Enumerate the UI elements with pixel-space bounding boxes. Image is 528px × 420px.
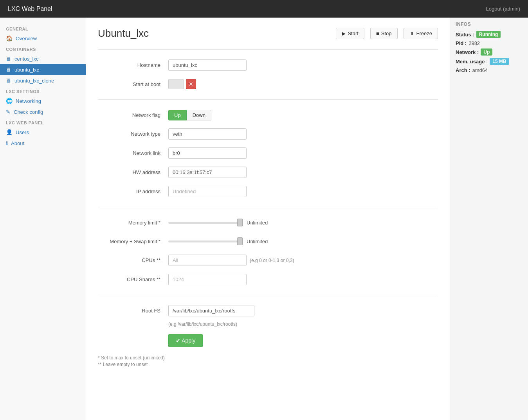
infos-arch-row: Arch : amd64 — [456, 67, 522, 73]
infos-mem-badge: 15 MB — [490, 58, 509, 65]
memory-swap-slider-row: Unlimited — [168, 239, 274, 244]
start-label: Start — [348, 31, 358, 36]
hw-address-input[interactable] — [168, 167, 247, 178]
networking-icon: 🌐 — [6, 98, 13, 104]
sidebar-section-general: GENERAL — [0, 23, 86, 33]
ip-address-input[interactable] — [168, 186, 247, 197]
network-type-label: Network type — [98, 131, 168, 137]
page-title: Ubuntu_lxc — [98, 27, 330, 39]
sidebar-item-about[interactable]: ℹ About — [0, 138, 86, 149]
container-icon-ubuntu-clone: 🖥 — [6, 77, 11, 84]
toggle-off-part[interactable] — [168, 79, 184, 89]
network-type-row: Network type — [98, 124, 438, 144]
divider-network-top — [98, 99, 438, 100]
about-icon: ℹ — [6, 140, 8, 146]
apply-row: ✔ Apply — [168, 334, 438, 347]
cpus-hint: (e.g 0 or 0-1,3 or 0,3) — [250, 258, 294, 263]
cpus-label: CPUs ** — [98, 257, 168, 263]
sidebar-item-overview[interactable]: 🏠 Overview — [0, 33, 86, 44]
app-title: LXC Web Panel — [8, 5, 52, 13]
cpu-shares-input[interactable] — [168, 274, 247, 285]
ip-address-row: IP address — [98, 182, 438, 201]
infos-network-badge: Up — [481, 48, 492, 56]
sidebar-item-users-label: Users — [16, 129, 29, 135]
memory-limit-row: Memory limit * Unlimited — [98, 213, 438, 232]
cpu-shares-row: CPU Shares ** — [98, 270, 438, 289]
start-button[interactable]: ▶ Start — [336, 28, 364, 39]
right-section: Ubuntu_lxc ▶ Start ■ Stop ⏸ Freeze Hostn… — [86, 18, 528, 420]
network-link-input[interactable] — [168, 147, 247, 159]
freeze-button[interactable]: ⏸ Freeze — [404, 28, 438, 39]
logout-button[interactable]: Logout (admin) — [486, 6, 520, 12]
sidebar-item-ubuntu-clone-label: ubuntu_lxc_clone — [14, 78, 54, 84]
start-at-boot-label: Start at boot — [98, 81, 168, 87]
sidebar-item-ubuntu-clone[interactable]: 🖥 ubuntu_lxc_clone — [0, 75, 86, 86]
sidebar-section-lxc-settings: LXC SETTINGS — [0, 86, 86, 95]
infos-network-label: Network : — [456, 49, 479, 55]
freeze-label: Freeze — [416, 31, 432, 36]
hostname-input[interactable] — [168, 59, 247, 71]
check-config-icon: ✎ — [6, 109, 11, 115]
hostname-label: Hostname — [98, 62, 168, 68]
toggle-x-button[interactable]: ✕ — [186, 79, 196, 89]
divider-rootfs-top — [98, 295, 438, 295]
home-icon: 🏠 — [6, 35, 13, 41]
sidebar-section-containers: CONTAINERS — [0, 44, 86, 53]
sidebar-item-check-config-label: Check config — [14, 109, 43, 115]
freeze-icon: ⏸ — [409, 31, 414, 36]
stop-label: Stop — [381, 31, 392, 36]
main-content: Ubuntu_lxc ▶ Start ■ Stop ⏸ Freeze Hostn… — [86, 18, 450, 420]
divider-top — [98, 49, 438, 50]
cpu-shares-label: CPU Shares ** — [98, 276, 168, 282]
stop-button[interactable]: ■ Stop — [370, 28, 398, 39]
memory-swap-row: Memory + Swap limit * Unlimited — [98, 232, 438, 251]
memory-swap-slider[interactable] — [168, 241, 243, 242]
infos-arch-label: Arch : — [456, 67, 470, 73]
memory-swap-value: Unlimited — [247, 239, 274, 244]
sidebar-item-ubuntu-label: ubuntu_lxc — [14, 67, 39, 73]
infos-title: INFOS — [456, 22, 522, 27]
sidebar-item-users[interactable]: 👤 Users — [0, 127, 86, 138]
hostname-row: Hostname — [98, 56, 438, 75]
sidebar-item-centos-label: centos_lxc — [14, 56, 38, 62]
root-fs-input[interactable] — [168, 305, 254, 316]
root-fs-label: Root FS — [98, 308, 168, 314]
hw-address-row: HW address — [98, 163, 438, 182]
apply-button[interactable]: ✔ Apply — [168, 334, 203, 347]
infos-status-row: Status : Running — [456, 31, 522, 38]
sidebar-item-networking-label: Networking — [16, 98, 41, 104]
page-header: Ubuntu_lxc ▶ Start ■ Stop ⏸ Freeze — [98, 27, 438, 39]
network-flag-down-button[interactable]: Down — [187, 110, 211, 120]
stop-icon: ■ — [376, 31, 379, 36]
infos-network-row: Network : Up — [456, 48, 522, 56]
navbar: LXC Web Panel Logout (admin) — [0, 0, 528, 18]
network-type-input[interactable] — [168, 128, 247, 140]
memory-limit-label: Memory limit * — [98, 220, 168, 226]
network-flag-toggle: Up Down — [168, 110, 211, 120]
sidebar-item-networking[interactable]: 🌐 Networking — [0, 95, 86, 106]
play-icon: ▶ — [342, 31, 346, 36]
sidebar-item-centos[interactable]: 🖥 centos_lxc — [0, 53, 86, 64]
infos-pid-row: Pid : 2982 — [456, 40, 522, 46]
memory-limit-slider[interactable] — [168, 222, 243, 224]
network-flag-up-button[interactable]: Up — [168, 110, 187, 120]
network-link-row: Network link — [98, 144, 438, 163]
sidebar-item-ubuntu[interactable]: 🖥 ubuntu_lxc — [0, 64, 86, 75]
note2: ** Leave empty to unset — [98, 362, 438, 367]
hw-address-label: HW address — [98, 169, 168, 175]
root-fs-row: Root FS — [98, 301, 438, 320]
memory-limit-slider-row: Unlimited — [168, 220, 274, 226]
infos-mem-row: Mem. usage : 15 MB — [456, 58, 522, 65]
container-icon-ubuntu: 🖥 — [6, 66, 11, 73]
container-icon-centos: 🖥 — [6, 56, 11, 62]
sidebar-item-check-config[interactable]: ✎ Check config — [0, 106, 86, 117]
cpus-input[interactable] — [168, 255, 247, 266]
users-icon: 👤 — [6, 129, 13, 135]
cpus-row: CPUs ** (e.g 0 or 0-1,3 or 0,3) — [98, 251, 438, 270]
infos-pid-value: 2982 — [469, 40, 480, 46]
memory-swap-label: Memory + Swap limit * — [98, 239, 168, 244]
sidebar-item-overview-label: Overview — [16, 36, 37, 41]
infos-status-label: Status : — [456, 32, 474, 38]
infos-pid-label: Pid : — [456, 40, 467, 46]
sidebar-item-about-label: About — [11, 140, 24, 146]
